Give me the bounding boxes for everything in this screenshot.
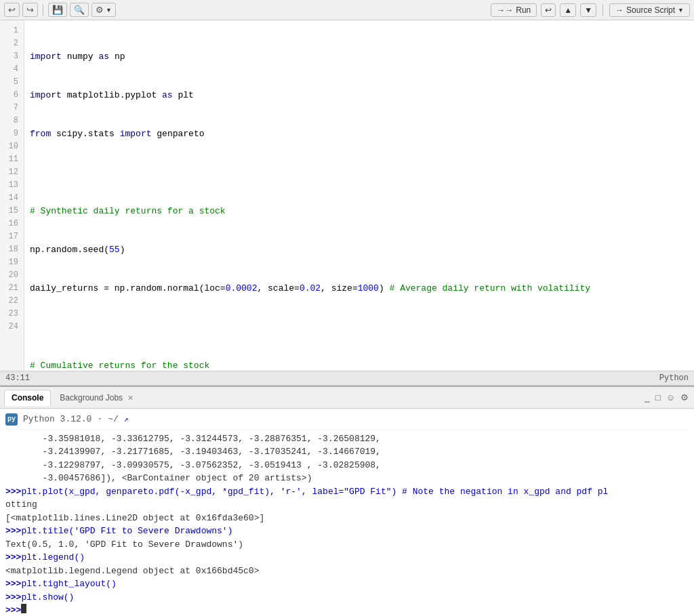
find-button[interactable]: 🔍 <box>70 3 89 17</box>
down-icon: ▼ <box>584 5 592 15</box>
undo-button[interactable]: ↩ <box>4 3 20 17</box>
source-arrow-icon: → <box>615 5 624 15</box>
code-line-8 <box>30 321 689 333</box>
tools-icon: ⚙ <box>96 5 104 15</box>
tools-button[interactable]: ⚙ ▼ <box>91 3 116 17</box>
search-icon: 🔍 <box>74 5 85 15</box>
tab-console-label: Console <box>12 393 43 403</box>
console-tabs: Console Background Jobs ✕ ⎯ □ ☺ ⚙ <box>0 387 694 409</box>
ln-18: 18 <box>5 243 18 256</box>
toolbar-right: →→ Run ↩ ▲ ▼ → Source Script ▼ <box>491 3 690 17</box>
cmd-4: plt.tight_layout() <box>21 577 116 591</box>
source-label: Source Script <box>626 5 675 15</box>
console-result-2: Text(0.5, 1.0, 'GPD Fit to Severe Drawdo… <box>5 538 689 552</box>
code-line-5: # Synthetic daily returns for a stock <box>30 205 689 218</box>
code-line-3: from scipy.stats import genpareto <box>30 127 689 140</box>
python-separator: · <box>97 413 102 426</box>
ln-12: 12 <box>5 166 18 179</box>
console-result-3: <matplotlib.legend.Legend object at 0x16… <box>5 564 689 578</box>
console-cursor[interactable] <box>21 604 26 613</box>
ln-6: 6 <box>5 89 18 102</box>
ln-15: 15 <box>5 205 18 218</box>
language-indicator: Python <box>659 373 689 383</box>
status-bar: 43:11 Python <box>0 371 694 386</box>
run-label: Run <box>516 5 531 15</box>
redo-button[interactable]: ↪ <box>22 3 38 17</box>
ln-21: 21 <box>5 282 18 295</box>
smiley-console-button[interactable]: ☺ <box>665 391 676 404</box>
code-line-1: import numpy as np <box>30 50 689 63</box>
console-cmd-line-3: >>> plt.legend() <box>5 551 689 564</box>
cmd-1: plt.plot(x_gpd, genpareto.pdf(-x_gpd, *g… <box>21 485 608 499</box>
console-input-line[interactable]: >>> <box>5 604 689 616</box>
ln-22: 22 <box>5 295 18 308</box>
save-icon: 💾 <box>52 5 63 15</box>
up-button[interactable]: ▲ <box>560 3 576 17</box>
console-output-1: -3.35981018, -3.33612795, -3.31244573, -… <box>5 432 689 485</box>
toolbar-sep-1 <box>43 4 43 16</box>
ln-5: 5 <box>5 76 18 89</box>
ln-16: 16 <box>5 218 18 230</box>
tab-background-jobs[interactable]: Background Jobs ✕ <box>52 390 141 406</box>
python-header: py Python 3.12.0 · ~/ ↗ <box>5 411 689 430</box>
down-button[interactable]: ▼ <box>580 3 596 17</box>
console-controls: ⎯ □ ☺ ⚙ <box>643 391 690 404</box>
code-content[interactable]: import numpy as np import matplotlib.pyp… <box>24 20 694 371</box>
ln-7: 7 <box>5 102 18 115</box>
console-continuation-1: otting <box>5 498 689 512</box>
up-icon: ▲ <box>564 5 572 15</box>
console-result-1: [<matplotlib.lines.Line2D object at 0x16… <box>5 512 689 525</box>
code-editor[interactable]: 1 2 3 4 5 6 7 8 9 10 11 12 13 14 15 16 1… <box>0 20 694 371</box>
console-area: Console Background Jobs ✕ ⎯ □ ☺ ⚙ py Pyt… <box>0 386 694 616</box>
prompt-5: >>> <box>5 591 21 604</box>
rerun-button[interactable]: ↩ <box>541 3 556 17</box>
undo-icon: ↩ <box>8 5 16 15</box>
code-line-6: np.random.seed(55) <box>30 243 689 256</box>
ln-17: 17 <box>5 230 18 243</box>
save-button[interactable]: 💾 <box>48 3 67 17</box>
tools-dropdown-icon: ▼ <box>106 7 112 14</box>
ln-9: 9 <box>5 127 18 140</box>
ln-20: 20 <box>5 269 18 282</box>
ln-4: 4 <box>5 63 18 76</box>
code-line-7: daily_returns = np.random.normal(loc=0.0… <box>30 282 689 295</box>
run-arrow-icon: →→ <box>497 5 513 15</box>
console-cmd-line-1: >>> plt.plot(x_gpd, genpareto.pdf(-x_gpd… <box>5 485 689 499</box>
prompt-3: >>> <box>5 551 21 564</box>
python-path-icon: ↗ <box>124 414 129 426</box>
console-cmd-line-4: >>> plt.tight_layout() <box>5 577 689 591</box>
cmd-5: plt.show() <box>21 591 74 604</box>
ln-19: 19 <box>5 256 18 269</box>
close-background-jobs-icon[interactable]: ✕ <box>127 394 134 402</box>
code-line-9: # Cumulative returns for the stock <box>30 359 689 371</box>
ln-10: 10 <box>5 140 18 153</box>
python-version: Python 3.12.0 <box>23 413 91 426</box>
ln-23: 23 <box>5 308 18 321</box>
prompt-4: >>> <box>5 577 21 591</box>
console-cmd-line-2: >>> plt.title('GPD Fit to Severe Drawdow… <box>5 525 689 538</box>
python-path: ~/ <box>108 413 119 426</box>
code-line-4 <box>30 166 689 179</box>
run-button[interactable]: →→ Run <box>491 3 537 17</box>
cmd-2: plt.title('GPD Fit to Severe Drawdowns') <box>21 525 232 538</box>
cursor-position: 43:11 <box>5 373 30 383</box>
cmd-3: plt.legend() <box>21 551 85 564</box>
line-numbers: 1 2 3 4 5 6 7 8 9 10 11 12 13 14 15 16 1… <box>0 20 24 371</box>
code-line-2: import matplotlib.pyplot as plt <box>30 89 689 102</box>
python-icon: py <box>5 413 18 426</box>
maximize-console-button[interactable]: □ <box>654 391 662 404</box>
ln-13: 13 <box>5 179 18 192</box>
source-script-button[interactable]: → Source Script ▼ <box>609 3 690 17</box>
ln-8: 8 <box>5 115 18 127</box>
ln-3: 3 <box>5 50 18 63</box>
ln-1: 1 <box>5 24 18 37</box>
minimize-console-button[interactable]: ⎯ <box>643 391 651 404</box>
settings-console-button[interactable]: ⚙ <box>679 391 690 404</box>
ln-14: 14 <box>5 192 18 205</box>
ln-11: 11 <box>5 153 18 166</box>
console-body[interactable]: py Python 3.12.0 · ~/ ↗ -3.35981018, -3.… <box>0 409 694 616</box>
redo-icon: ↪ <box>26 5 34 15</box>
tab-console[interactable]: Console <box>4 390 51 406</box>
source-dropdown-icon: ▼ <box>678 7 684 14</box>
console-cmd-line-5: >>> plt.show() <box>5 591 689 604</box>
